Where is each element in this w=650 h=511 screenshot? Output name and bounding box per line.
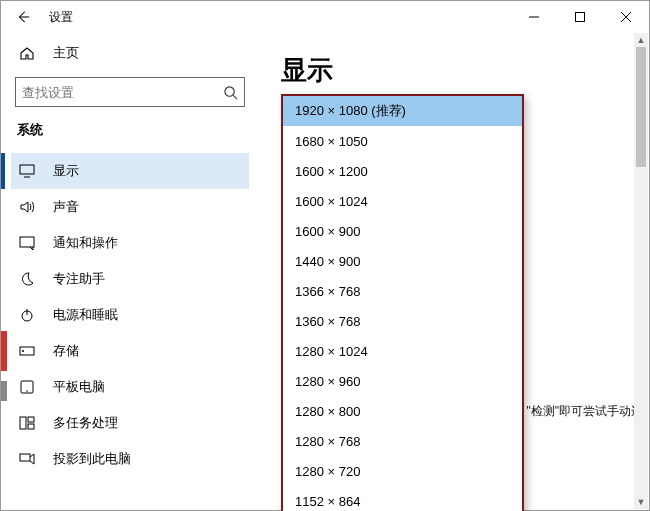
nav-item-power[interactable]: 电源和睡眠 (11, 297, 249, 333)
resolution-option[interactable]: 1680 × 1050 (283, 126, 522, 156)
page-heading: 显示 (281, 53, 649, 88)
nav-item-multitask[interactable]: 多任务处理 (11, 405, 249, 441)
svg-point-8 (26, 390, 28, 392)
resolution-option[interactable]: 1152 × 864 (283, 486, 522, 511)
vertical-scrollbar[interactable]: ▲ ▼ (634, 33, 648, 509)
home-label: 主页 (53, 44, 79, 62)
nav-item-label: 专注助手 (53, 270, 105, 288)
nav-item-sound[interactable]: 声音 (11, 189, 249, 225)
resolution-option[interactable]: 1600 × 1024 (283, 186, 522, 216)
close-button[interactable] (603, 1, 649, 33)
svg-point-1 (225, 86, 234, 95)
svg-rect-0 (576, 13, 585, 22)
nav-list: 显示 声音 通知和操作 专注助手 电源和睡眠 (11, 153, 249, 477)
home-link[interactable]: 主页 (11, 37, 249, 69)
scroll-up-button[interactable]: ▲ (634, 33, 648, 47)
minimize-button[interactable] (511, 1, 557, 33)
body: 主页 系统 显示 声音 通知和操作 (1, 33, 649, 511)
background-text: "检测"即可尝试手动连 (526, 403, 643, 420)
tablet-icon (17, 380, 37, 394)
home-icon (17, 45, 37, 61)
project-icon (17, 452, 37, 466)
multitask-icon (17, 416, 37, 430)
nav-item-display[interactable]: 显示 (11, 153, 249, 189)
svg-rect-10 (28, 417, 34, 422)
main-panel: 显示 1920 × 1080 (推荐) 1680 × 1050 1600 × 1… (259, 33, 649, 511)
search-input[interactable] (22, 85, 223, 100)
resolution-option[interactable]: 1280 × 768 (283, 426, 522, 456)
resolution-option[interactable]: 1360 × 768 (283, 306, 522, 336)
section-label: 系统 (17, 121, 249, 139)
resolution-option[interactable]: 1280 × 720 (283, 456, 522, 486)
close-icon (621, 12, 631, 22)
notification-icon (17, 236, 37, 250)
resolution-option[interactable]: 1280 × 960 (283, 366, 522, 396)
nav-item-label: 平板电脑 (53, 378, 105, 396)
maximize-button[interactable] (557, 1, 603, 33)
window-title: 设置 (49, 9, 73, 26)
sidebar: 主页 系统 显示 声音 通知和操作 (1, 33, 259, 511)
resolution-option[interactable]: 1440 × 900 (283, 246, 522, 276)
search-box[interactable] (15, 77, 245, 107)
scrollbar-thumb[interactable] (636, 47, 646, 167)
resolution-option[interactable]: 1280 × 1024 (283, 336, 522, 366)
nav-item-label: 存储 (53, 342, 79, 360)
svg-rect-11 (28, 424, 34, 429)
maximize-icon (575, 12, 585, 22)
nav-item-label: 通知和操作 (53, 234, 118, 252)
scroll-down-button[interactable]: ▼ (634, 495, 648, 509)
svg-rect-3 (20, 237, 34, 247)
minimize-icon (529, 12, 539, 22)
resolution-option[interactable]: 1600 × 900 (283, 216, 522, 246)
svg-rect-12 (20, 454, 30, 461)
svg-rect-2 (20, 165, 34, 174)
titlebar: 设置 (1, 1, 649, 33)
nav-item-label: 显示 (53, 162, 79, 180)
svg-point-6 (22, 350, 24, 352)
storage-icon (17, 344, 37, 358)
nav-item-label: 声音 (53, 198, 79, 216)
svg-rect-9 (20, 417, 26, 429)
settings-window: 设置 主页 系统 (0, 0, 650, 511)
nav-item-project[interactable]: 投影到此电脑 (11, 441, 249, 477)
nav-item-storage[interactable]: 存储 (11, 333, 249, 369)
resolution-option[interactable]: 1600 × 1200 (283, 156, 522, 186)
nav-item-tablet[interactable]: 平板电脑 (11, 369, 249, 405)
resolution-option[interactable]: 1280 × 800 (283, 396, 522, 426)
monitor-icon (17, 164, 37, 178)
resolution-option[interactable]: 1366 × 768 (283, 276, 522, 306)
back-button[interactable] (1, 1, 45, 33)
arrow-left-icon (16, 10, 30, 24)
search-icon (223, 85, 238, 100)
nav-item-label: 多任务处理 (53, 414, 118, 432)
nav-item-focus[interactable]: 专注助手 (11, 261, 249, 297)
resolution-dropdown[interactable]: 1920 × 1080 (推荐) 1680 × 1050 1600 × 1200… (281, 94, 524, 511)
speaker-icon (17, 200, 37, 214)
moon-icon (17, 271, 37, 287)
nav-item-notifications[interactable]: 通知和操作 (11, 225, 249, 261)
resolution-option[interactable]: 1920 × 1080 (推荐) (283, 96, 522, 126)
power-icon (17, 307, 37, 323)
nav-item-label: 投影到此电脑 (53, 450, 131, 468)
nav-item-label: 电源和睡眠 (53, 306, 118, 324)
